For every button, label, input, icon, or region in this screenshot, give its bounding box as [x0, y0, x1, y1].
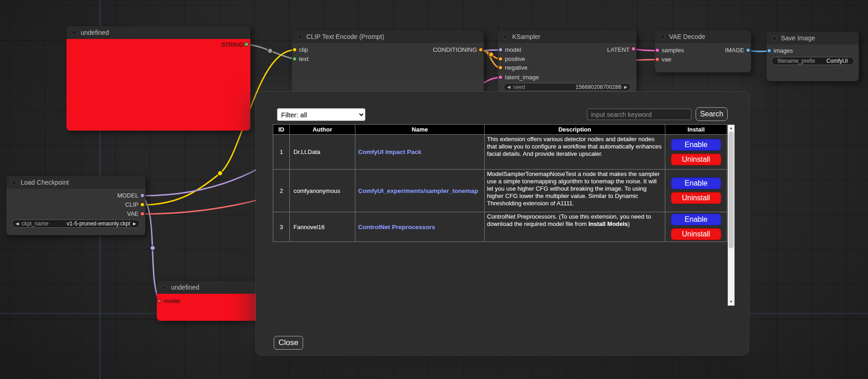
extension-link[interactable]: ControlNet Preprocessors [358, 224, 435, 231]
output-port-model[interactable] [140, 193, 144, 198]
collapse-dot-icon[interactable] [772, 36, 777, 41]
reroute-dot-string[interactable] [268, 49, 273, 54]
input-port-positive[interactable] [498, 57, 503, 61]
input-port-model[interactable] [498, 48, 503, 52]
node-title-bar[interactable]: KSampler [498, 30, 636, 43]
input-port-images[interactable] [767, 49, 771, 53]
ckpt-name-label: ckpt_name [22, 220, 49, 227]
reroute-dot-conditioning[interactable] [489, 52, 494, 57]
uninstall-button[interactable]: Uninstall [671, 192, 721, 204]
manager-dialog: Filter: all Search ID Author Name Descri… [256, 92, 749, 355]
collapse-dot-icon[interactable] [72, 30, 77, 35]
input-label-positive: positive [505, 55, 525, 63]
seed-value: 156680208700286 [528, 84, 621, 90]
output-port-vae[interactable] [140, 212, 144, 216]
cell-description: ControlNet Preprocessors. (To use this e… [485, 212, 665, 242]
output-label-latent: LATENT [607, 45, 630, 54]
enable-button[interactable]: Enable [671, 177, 721, 189]
node-title-bar[interactable]: undefined [157, 281, 267, 294]
output-port-clip[interactable] [140, 203, 144, 207]
collapse-dot-icon[interactable] [297, 34, 302, 39]
output-label-model: MODEL [117, 191, 138, 200]
col-header-description: Description [485, 125, 665, 135]
input-port-samples[interactable] [655, 48, 659, 52]
collapse-dot-icon[interactable] [503, 34, 508, 39]
reroute-dot-clip[interactable] [218, 171, 223, 176]
ckpt-name-widget[interactable]: ◀ ckpt_name v1-5-pruned-emaonly.ckpt ▶ [12, 220, 140, 228]
search-input[interactable] [587, 109, 691, 120]
seed-increment-icon[interactable]: ▶ [624, 83, 627, 91]
uninstall-button[interactable]: Uninstall [671, 154, 721, 165]
extension-link[interactable]: ComfyUI_experiments/sampler_tonemap [358, 187, 478, 194]
table-row: 3 Fannovel16 ControlNet Preprocessors Co… [273, 212, 727, 242]
input-label-samples: samples [662, 46, 684, 55]
cell-install: Enable Uninstall [665, 212, 727, 242]
input-label-images: images [774, 46, 793, 55]
output-label-vae: VAE [127, 209, 138, 218]
node-save-image[interactable]: Save Image images filename_prefix ComfyU… [767, 32, 859, 81]
node-body: MODEL CLIP VAE ◀ ckpt_name v1-5-pruned-e… [6, 189, 145, 235]
cell-id: 3 [273, 212, 290, 242]
uninstall-button[interactable]: Uninstall [671, 228, 721, 240]
node-vae-decode[interactable]: VAE Decode samples IMAGE vae [655, 30, 751, 72]
extensions-table: ID Author Name Description Install 1 Dr.… [273, 124, 727, 242]
search-button[interactable]: Search [696, 107, 728, 121]
table-row: 1 Dr.Lt.Data ComfyUI Impact Pack This ex… [273, 135, 727, 170]
enable-button[interactable]: Enable [671, 214, 721, 225]
node-title-bar[interactable]: Load Checkpoint [6, 176, 145, 189]
input-label-vae: vae [662, 55, 671, 64]
output-label-string: STRING [221, 40, 243, 49]
cell-author: comfyanonymous [290, 170, 355, 212]
node-title: CLIP Text Encode (Prompt) [306, 33, 384, 40]
close-button[interactable]: Close [274, 336, 303, 350]
collapse-dot-icon[interactable] [162, 285, 167, 290]
ckpt-next-icon[interactable]: ▶ [133, 220, 136, 228]
node-title: VAE Decode [669, 33, 705, 40]
input-label-model: model [164, 297, 180, 305]
ckpt-prev-icon[interactable]: ◀ [16, 220, 19, 228]
node-title-bar[interactable]: CLIP Text Encode (Prompt) [292, 30, 484, 43]
node-title-bar[interactable]: VAE Decode [655, 30, 751, 43]
extension-link[interactable]: ComfyUI Impact Pack [358, 148, 421, 155]
collapse-dot-icon[interactable] [11, 180, 17, 185]
input-port-vae[interactable] [655, 57, 659, 61]
cell-author: Dr.Lt.Data [290, 135, 355, 170]
node-body: samples IMAGE vae [655, 43, 751, 72]
seed-decrement-icon[interactable]: ◀ [507, 83, 510, 91]
filename-prefix-widget[interactable]: filename_prefix ComfyUI [771, 57, 854, 65]
seed-label: seed [513, 84, 525, 90]
cell-author: Fannovel16 [290, 212, 355, 242]
filter-select[interactable]: Filter: all [277, 108, 365, 121]
col-header-install: Install [665, 125, 727, 135]
node-undefined-top[interactable]: undefined STRING [66, 26, 250, 131]
seed-widget[interactable]: ◀ seed 156680208700286 ▶ [503, 83, 631, 91]
reroute-dot-model[interactable] [150, 246, 155, 251]
output-port-latent[interactable] [631, 47, 636, 51]
scrollbar-up-icon[interactable]: ▲ [728, 126, 734, 131]
cell-id: 1 [273, 135, 290, 170]
output-port-conditioning[interactable] [479, 48, 483, 52]
output-port-image[interactable] [746, 48, 750, 52]
input-port-negative[interactable] [498, 66, 503, 70]
collapse-dot-icon[interactable] [660, 34, 665, 39]
output-port-string[interactable] [244, 42, 249, 46]
table-scrollbar[interactable]: ▲ ▼ [728, 125, 735, 306]
input-label-negative: negative [505, 63, 527, 72]
input-port-text[interactable] [293, 57, 297, 61]
enable-button[interactable]: Enable [671, 139, 721, 151]
scrollbar-down-icon[interactable]: ▼ [728, 299, 734, 305]
input-port-latent-image[interactable] [498, 75, 503, 79]
node-load-checkpoint[interactable]: Load Checkpoint MODEL CLIP VAE ◀ ckpt_na… [6, 176, 145, 235]
scrollbar-thumb[interactable] [729, 132, 734, 248]
input-port-clip[interactable] [293, 48, 297, 52]
col-header-id: ID [273, 125, 290, 135]
node-title-bar[interactable]: undefined [66, 26, 250, 39]
ckpt-name-value: v1-5-pruned-emaonly.ckpt [51, 220, 130, 227]
node-title-bar[interactable]: Save Image [767, 32, 859, 44]
node-undefined-bottom[interactable]: undefined model [157, 281, 267, 321]
input-port-model[interactable] [157, 299, 161, 303]
table-row: 2 comfyanonymous ComfyUI_experiments/sam… [273, 170, 727, 212]
node-body: images filename_prefix ComfyUI [767, 44, 859, 81]
cell-description: ModelSamplerTonemapNoiseTest a node that… [485, 170, 665, 212]
node-title: undefined [171, 284, 199, 291]
